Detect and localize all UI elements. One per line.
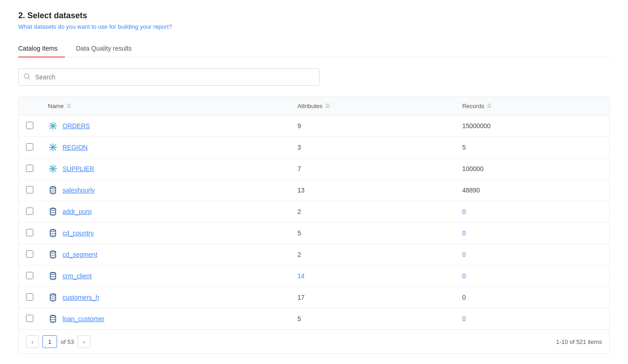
dataset-link[interactable]: cd_country [63,229,94,237]
svg-point-6 [52,125,54,127]
page-title: 2. Select datasets [18,11,610,21]
dataset-link[interactable]: customers_h [63,294,99,301]
dataset-name-cell: ORDERS [41,115,290,137]
tab-data-quality[interactable]: Data Quality results [76,41,139,57]
search-input[interactable] [18,68,319,86]
name-filter-icon[interactable]: ☰ [67,103,71,109]
dataset-name-cell: saleshourly [41,180,290,201]
svg-point-9 [50,125,51,126]
records-header: Records ☰ [455,97,609,115]
records-cell: 0 [455,244,609,265]
attributes-filter-icon[interactable]: ☰ [325,103,330,109]
dataset-name-cell: cd_segment [41,244,290,265]
row-checkbox[interactable] [26,229,33,236]
svg-point-17 [52,150,53,151]
dataset-name-cell: customers_h [41,287,290,308]
svg-point-33 [50,273,56,275]
svg-point-35 [50,316,56,317]
attributes-cell: 17 [290,287,455,308]
row-checkbox[interactable] [26,122,33,129]
row-checkbox[interactable] [26,165,33,172]
tab-catalog[interactable]: Catalog Items [18,41,65,57]
custom-dataset-icon [48,207,58,217]
dataset-name-cell: REGION [41,137,290,158]
row-checkbox-cell [19,308,41,330]
attributes-cell: 2 [290,244,455,265]
table-row: addr_purp20 [19,201,609,223]
dataset-link[interactable]: SUPPLIER [63,165,94,172]
pagination: ‹ 1 of 53 › 1-10 of 521 items [19,329,609,354]
row-checkbox[interactable] [26,315,33,322]
attributes-cell: 7 [290,158,455,180]
row-checkbox[interactable] [26,143,33,151]
dataset-link[interactable]: cd_segment [63,251,97,258]
attributes-cell: 5 [290,223,455,244]
svg-point-34 [50,294,56,296]
table-row: REGION35 [19,137,609,158]
table-row: saleshourly1348890 [19,180,609,201]
row-checkbox-cell [19,201,41,223]
current-page[interactable]: 1 [42,335,57,348]
attributes-cell: 3 [290,137,455,158]
dataset-link[interactable]: ORDERS [63,122,90,130]
row-checkbox[interactable] [26,272,33,279]
row-checkbox[interactable] [26,208,33,215]
page-of: of 53 [61,338,74,345]
attributes-cell: 13 [290,180,455,201]
row-checkbox[interactable] [26,293,33,301]
row-checkbox[interactable] [26,186,33,193]
table-row: loan_customer50 [19,308,609,330]
attributes-header: Attributes ☰ [290,97,455,115]
dataset-name-cell: SUPPLIER [41,158,290,180]
records-cell: 15000000 [455,115,609,137]
attributes-cell: 9 [290,115,455,137]
row-checkbox-cell [19,158,41,180]
prev-page-button[interactable]: ‹ [26,335,39,348]
pagination-left: ‹ 1 of 53 › [26,335,90,348]
page-subtitle: What datasets do you want to use for bui… [18,23,610,30]
svg-point-16 [52,144,53,145]
table-row: cd_country50 [19,223,609,244]
row-checkbox-cell [19,180,41,201]
custom-dataset-icon [48,185,58,195]
row-checkbox[interactable] [26,250,33,258]
attributes-cell: 14 [290,265,455,287]
row-checkbox-cell [19,244,41,265]
row-checkbox-cell [19,223,41,244]
custom-dataset-icon [48,271,58,281]
records-cell: 48890 [455,180,609,201]
dataset-link[interactable]: saleshourly [63,187,95,194]
next-page-button[interactable]: › [78,335,90,348]
search-icon [24,73,30,81]
table-row: cd_segment20 [19,244,609,265]
custom-dataset-icon [48,228,58,238]
svg-point-25 [52,166,53,166]
svg-point-19 [56,147,57,148]
records-cell: 0 [455,201,609,223]
dataset-name-cell: loan_customer [41,308,290,330]
row-checkbox-cell [19,287,41,308]
records-cell: 5 [455,137,609,158]
dataset-link[interactable]: loan_customer [63,315,105,322]
svg-point-28 [56,168,57,169]
svg-point-32 [50,251,56,253]
records-filter-icon[interactable]: ☰ [487,103,492,109]
snowflake-icon [48,164,58,174]
svg-line-1 [28,78,30,79]
table-row: crm_client140 [19,265,609,287]
checkbox-header [19,97,41,115]
records-cell: 100000 [455,158,609,180]
svg-point-15 [52,147,54,148]
svg-point-8 [52,129,53,130]
dataset-link[interactable]: REGION [63,144,88,151]
dataset-link[interactable]: crm_client [63,272,92,280]
svg-point-10 [56,125,57,126]
records-cell: 0 [455,308,609,330]
table-row: customers_h170 [19,287,609,308]
name-header: Name ☰ [41,97,290,115]
svg-point-24 [52,168,54,170]
dataset-link[interactable]: addr_purp [63,208,92,215]
table-container: Name ☰ Attributes ☰ Records ☰ [18,97,610,354]
tabs: Catalog Items Data Quality results [18,41,610,57]
table-row: SUPPLIER7100000 [19,158,609,180]
